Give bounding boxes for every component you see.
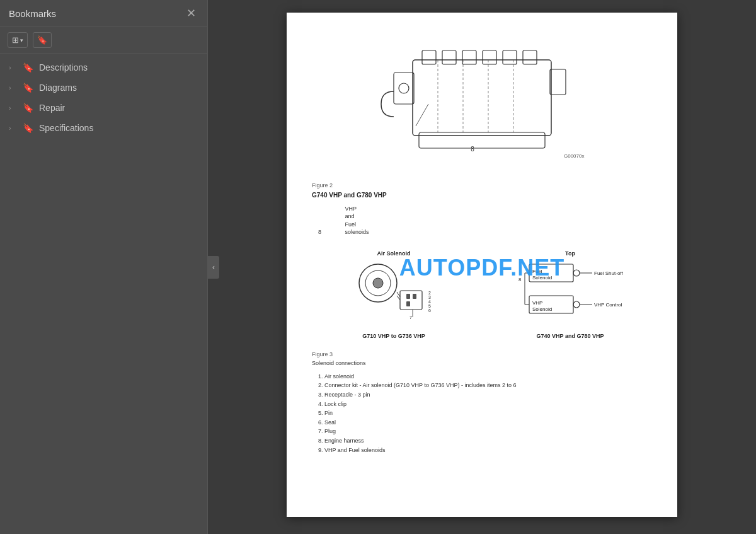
svg-rect-6 bbox=[523, 50, 537, 64]
item-number: 8 bbox=[318, 228, 337, 236]
svg-rect-5 bbox=[503, 50, 517, 64]
solenoid-right-diagram: Top 8 Fuel Solenoid Fuel Shut-off VHP So bbox=[488, 247, 652, 340]
sidebar-item-label: Descriptions bbox=[39, 62, 88, 73]
bookmark-list: › 🔖 Descriptions › 🔖 Diagrams › 🔖 Repair… bbox=[0, 54, 207, 534]
svg-rect-1 bbox=[422, 50, 436, 64]
list-item: Connector kit - Air solenoid (G710 VHP t… bbox=[324, 381, 652, 390]
svg-text:8: 8 bbox=[518, 277, 522, 282]
g740-diagram-svg: Top 8 Fuel Solenoid Fuel Shut-off VHP So bbox=[513, 247, 627, 328]
svg-text:Fuel: Fuel bbox=[532, 269, 542, 274]
chevron-right-icon: › bbox=[9, 104, 16, 112]
list-item: Engine harness bbox=[324, 437, 652, 445]
chevron-right-icon: › bbox=[9, 84, 16, 91]
figure3-list: Air solenoid Connector kit - Air solenoi… bbox=[312, 373, 652, 454]
bookmark-icon: 🔖 bbox=[37, 35, 47, 45]
engine-diagram-svg: 8 G00070x bbox=[375, 35, 589, 173]
svg-text:6: 6 bbox=[428, 308, 431, 313]
svg-rect-3 bbox=[462, 50, 476, 64]
g710-diagram-svg: Air Solenoid 2 3 4 5 6 bbox=[343, 247, 444, 328]
g740-label: G740 VHP and G780 VHP bbox=[537, 332, 604, 340]
list-item: Air solenoid bbox=[324, 373, 652, 381]
svg-rect-4 bbox=[483, 50, 496, 64]
svg-text:Top: Top bbox=[565, 250, 575, 257]
list-item: Plug bbox=[324, 427, 652, 436]
svg-text:5: 5 bbox=[428, 304, 431, 308]
list-item: Receptacle - 3 pin bbox=[324, 391, 652, 399]
bookmark-button[interactable]: 🔖 bbox=[33, 32, 52, 48]
svg-text:7: 7 bbox=[410, 315, 412, 320]
g710-label: G710 VHP to G736 VHP bbox=[362, 332, 425, 340]
figure2-items: 8 VHP and Fuel solenoids bbox=[312, 205, 652, 236]
solenoid-left-diagram: Air Solenoid 2 3 4 5 6 bbox=[312, 247, 476, 340]
svg-text:4: 4 bbox=[428, 299, 431, 304]
svg-text:2: 2 bbox=[428, 291, 431, 295]
document-page: 8 G00070x Figure 2 G740 VHP and G780 VHP… bbox=[287, 13, 677, 517]
svg-rect-23 bbox=[406, 294, 410, 299]
ribbon-icon: 🔖 bbox=[23, 62, 33, 73]
svg-rect-10 bbox=[419, 132, 545, 148]
figure2-title: G740 VHP and G780 VHP bbox=[312, 191, 652, 200]
svg-text:VHP: VHP bbox=[532, 300, 542, 306]
sidebar-item-label: Repair bbox=[39, 103, 65, 113]
svg-text:Fuel Shut-off: Fuel Shut-off bbox=[594, 270, 623, 276]
collapse-sidebar-button[interactable]: ‹ bbox=[208, 256, 219, 279]
sidebar-item-descriptions[interactable]: › 🔖 Descriptions bbox=[0, 57, 207, 78]
dropdown-arrow-icon: ▾ bbox=[20, 37, 23, 44]
svg-rect-7 bbox=[394, 73, 414, 104]
chevron-right-icon: › bbox=[9, 124, 16, 132]
svg-rect-9 bbox=[550, 69, 566, 95]
expand-icon: ⊞ bbox=[12, 35, 19, 45]
svg-text:Air Solenoid: Air Solenoid bbox=[377, 250, 410, 257]
svg-line-17 bbox=[416, 104, 428, 126]
svg-rect-24 bbox=[413, 294, 416, 299]
main-content-area: ‹ ↗ bbox=[208, 0, 756, 534]
list-item: Pin bbox=[324, 409, 652, 417]
sidebar-item-diagrams[interactable]: › 🔖 Diagrams bbox=[0, 78, 207, 98]
engine-diagram: 8 G00070x bbox=[312, 32, 652, 177]
svg-point-8 bbox=[399, 83, 409, 93]
svg-text:VHP Control: VHP Control bbox=[594, 302, 622, 308]
ribbon-icon: 🔖 bbox=[23, 103, 33, 113]
svg-text:Solenoid: Solenoid bbox=[532, 275, 552, 281]
svg-rect-2 bbox=[442, 50, 456, 64]
ribbon-icon: 🔖 bbox=[23, 123, 33, 133]
svg-text:8: 8 bbox=[471, 146, 474, 153]
svg-point-21 bbox=[373, 278, 383, 288]
ribbon-icon: 🔖 bbox=[23, 83, 33, 93]
sidebar-toolbar: ⊞ ▾ 🔖 bbox=[0, 27, 207, 54]
sidebar-header: Bookmarks ✕ bbox=[0, 0, 207, 27]
sidebar-item-label: Specifications bbox=[39, 123, 93, 133]
svg-text:3: 3 bbox=[428, 295, 431, 299]
chevron-right-icon: › bbox=[9, 64, 16, 71]
sidebar-item-specifications[interactable]: › 🔖 Specifications bbox=[0, 118, 207, 138]
svg-rect-25 bbox=[406, 301, 410, 306]
sidebar-title: Bookmarks bbox=[9, 8, 56, 19]
close-button[interactable]: ✕ bbox=[184, 6, 198, 20]
figure3-title: Solenoid connections bbox=[312, 359, 652, 368]
svg-rect-0 bbox=[413, 60, 551, 136]
sidebar-item-repair[interactable]: › 🔖 Repair bbox=[0, 98, 207, 118]
svg-rect-22 bbox=[400, 291, 422, 310]
figure2-label: Figure 2 bbox=[312, 182, 652, 190]
svg-text:G00070x: G00070x bbox=[564, 153, 584, 159]
svg-point-46 bbox=[573, 301, 580, 308]
sidebar: Bookmarks ✕ ⊞ ▾ 🔖 › 🔖 Descriptions › 🔖 D… bbox=[0, 0, 208, 534]
list-item: Seal bbox=[324, 419, 652, 427]
svg-text:Solenoid: Solenoid bbox=[532, 306, 552, 312]
item-desc: VHP and Fuel solenoids bbox=[345, 205, 364, 236]
solenoid-section: Air Solenoid 2 3 4 5 6 bbox=[312, 247, 652, 340]
sidebar-item-label: Diagrams bbox=[39, 83, 77, 93]
list-item: VHP and Fuel solenoids bbox=[324, 446, 652, 455]
figure3-label: Figure 3 bbox=[312, 351, 652, 359]
list-item: Lock clip bbox=[324, 400, 652, 409]
svg-point-40 bbox=[573, 270, 580, 276]
expand-button[interactable]: ⊞ ▾ bbox=[8, 32, 28, 48]
